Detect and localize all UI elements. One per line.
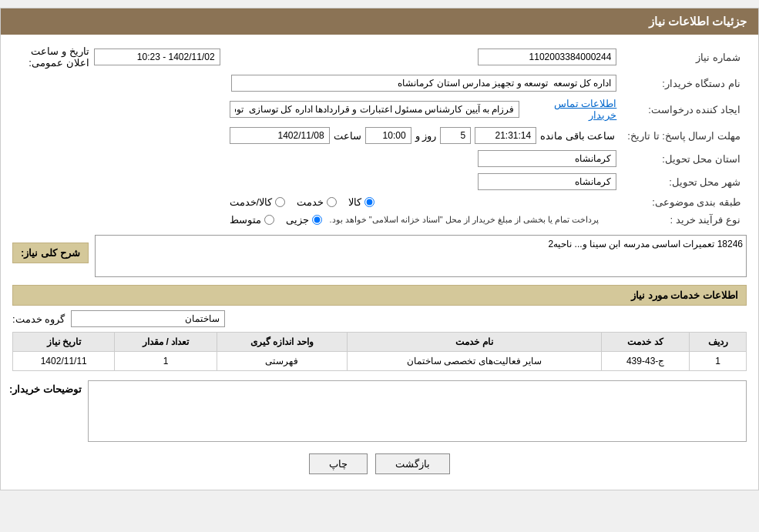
category-option-2: خدمت bbox=[297, 196, 337, 208]
deadline-label: مهلت ارسال پاسخ: تا تاریخ: bbox=[621, 124, 747, 147]
province-row: استان محل تحویل: bbox=[12, 147, 747, 170]
purchase-type-label: نوع فرآیند خرید : bbox=[621, 211, 747, 229]
table-cell: سایر فعالیت‌های تخصصی ساختمان bbox=[348, 352, 602, 371]
buyer-org-row: نام دستگاه خریدار: bbox=[12, 72, 747, 95]
purchase-type-value: متوسط جزیی پرداخت تمام یا بخشی از مبلغ خ… bbox=[225, 211, 622, 229]
table-cell: فهرستی bbox=[217, 352, 348, 371]
need-number-value bbox=[225, 42, 622, 72]
deadline-time-box: ساعت روز و ساعت باقی مانده bbox=[230, 127, 617, 144]
city-row: شهر محل تحویل: bbox=[12, 170, 747, 193]
need-number-row: شماره نیاز تاریخ و ساعت اعلان عمومی: bbox=[12, 42, 747, 72]
contact-link[interactable]: اطلاعات تماس خریدار bbox=[524, 98, 616, 121]
purchase-type-label-2: متوسط bbox=[230, 214, 261, 226]
buyer-note-row: توضیحات خریدار: bbox=[12, 380, 747, 442]
table-cell: 1 bbox=[690, 352, 747, 371]
remaining-label: ساعت باقی مانده bbox=[540, 130, 615, 142]
deadline-row: مهلت ارسال پاسخ: تا تاریخ: ساعت روز و سا… bbox=[12, 124, 747, 147]
creator-label: ایجاد کننده درخواست: bbox=[621, 95, 747, 124]
city-input[interactable] bbox=[478, 173, 616, 190]
deadline-remaining-input[interactable] bbox=[475, 127, 536, 144]
buyer-org-label: نام دستگاه خریدار: bbox=[621, 72, 747, 95]
category-option-1: کالا bbox=[348, 196, 374, 208]
category-label-3: کالا/خدمت bbox=[230, 196, 273, 208]
deadline-value: ساعت روز و ساعت باقی مانده bbox=[225, 124, 622, 147]
top-info-grid: شماره نیاز تاریخ و ساعت اعلان عمومی: نام… bbox=[12, 42, 747, 229]
col-header-code: کد خدمت bbox=[602, 333, 690, 352]
col-header-row-num: ردیف bbox=[690, 333, 747, 352]
table-header-row: ردیف کد خدمت نام خدمت واحد اندازه گیری ت… bbox=[13, 333, 747, 352]
back-button[interactable]: بازگشت bbox=[375, 453, 450, 474]
announcement-label: تاریخ و ساعت اعلان عمومی: bbox=[17, 45, 89, 69]
buyer-org-input[interactable] bbox=[231, 75, 616, 92]
content-area: شماره نیاز تاریخ و ساعت اعلان عمومی: نام… bbox=[1, 35, 758, 490]
purchase-type-radio-group: متوسط جزیی bbox=[230, 214, 322, 226]
category-value: کالا/خدمت خدمت کالا bbox=[225, 193, 622, 211]
creator-row: ایجاد کننده درخواست: اطلاعات تماس خریدار bbox=[12, 95, 747, 124]
province-value bbox=[225, 147, 622, 170]
category-radio-1[interactable] bbox=[364, 197, 374, 207]
category-label-1: کالا bbox=[348, 196, 361, 208]
col-header-unit: واحد اندازه گیری bbox=[217, 333, 348, 352]
deadline-date-input[interactable] bbox=[230, 127, 330, 144]
purchase-type-label-1: جزیی bbox=[286, 214, 309, 226]
city-value bbox=[225, 170, 622, 193]
button-row: بازگشت چاپ bbox=[12, 453, 747, 474]
purchase-type-row: نوع فرآیند خرید : متوسط جزیی bbox=[12, 211, 747, 229]
service-group-label: گروه خدمت: bbox=[12, 313, 65, 325]
day-label: روز و bbox=[415, 130, 437, 142]
table-row: 1ج-43-439سایر فعالیت‌های تخصصی ساختمانفه… bbox=[13, 352, 747, 371]
service-table-body: 1ج-43-439سایر فعالیت‌های تخصصی ساختمانفه… bbox=[13, 352, 747, 371]
creator-input[interactable] bbox=[230, 101, 520, 118]
category-option-3: کالا/خدمت bbox=[230, 196, 286, 208]
creator-value: اطلاعات تماس خریدار bbox=[225, 95, 622, 124]
service-group-input[interactable] bbox=[71, 310, 225, 327]
service-group-row: گروه خدمت: bbox=[12, 310, 747, 327]
description-section-title: شرح کلی نیاز: bbox=[12, 243, 89, 263]
table-cell: 1402/11/11 bbox=[13, 352, 115, 371]
province-input[interactable] bbox=[478, 150, 616, 167]
announcement-section: تاریخ و ساعت اعلان عمومی: bbox=[12, 42, 225, 72]
description-textarea[interactable] bbox=[95, 235, 747, 277]
category-radio-3[interactable] bbox=[275, 197, 285, 207]
category-label-2: خدمت bbox=[297, 196, 324, 208]
category-radio-group: کالا/خدمت خدمت کالا bbox=[230, 196, 617, 208]
category-label: طبقه بندی موضوعی: bbox=[621, 193, 747, 211]
buyer-org-value bbox=[225, 72, 622, 95]
purchase-type-radio-2[interactable] bbox=[264, 215, 274, 225]
buyer-note-textarea[interactable] bbox=[88, 380, 747, 442]
page-header: جزئیات اطلاعات نیاز bbox=[1, 8, 758, 35]
announcement-value-input[interactable] bbox=[94, 49, 220, 65]
category-row: طبقه بندی موضوعی: کالا/خدمت خدمت کالا bbox=[12, 193, 747, 211]
deadline-time-input[interactable] bbox=[365, 127, 411, 144]
services-section-title: اطلاعات خدمات مورد نیاز bbox=[12, 285, 747, 306]
time-label: ساعت bbox=[334, 130, 361, 142]
service-table: ردیف کد خدمت نام خدمت واحد اندازه گیری ت… bbox=[12, 332, 747, 371]
purchase-type-option-1: جزیی bbox=[286, 214, 322, 226]
need-number-input[interactable] bbox=[478, 49, 616, 65]
province-label: استان محل تحویل: bbox=[621, 147, 747, 170]
deadline-day-input[interactable] bbox=[440, 127, 471, 144]
city-label: شهر محل تحویل: bbox=[621, 170, 747, 193]
table-cell: 1 bbox=[115, 352, 217, 371]
purchase-type-radio-1[interactable] bbox=[312, 215, 322, 225]
print-button[interactable]: چاپ bbox=[309, 453, 368, 474]
description-row: شرح کلی نیاز: bbox=[12, 235, 747, 277]
category-radio-2[interactable] bbox=[327, 197, 337, 207]
main-container: جزئیات اطلاعات نیاز شماره نیاز تاریخ و س… bbox=[0, 8, 759, 490]
table-cell: ج-43-439 bbox=[602, 352, 690, 371]
page-title: جزئیات اطلاعات نیاز bbox=[649, 15, 747, 28]
purchase-type-note: پرداخت تمام یا بخشی از مبلغ خریدار از مح… bbox=[330, 215, 599, 225]
col-header-date: تاریخ نیاز bbox=[13, 333, 115, 352]
purchase-type-option-2: متوسط bbox=[230, 214, 274, 226]
col-header-name: نام خدمت bbox=[348, 333, 602, 352]
col-header-qty: تعداد / مقدار bbox=[115, 333, 217, 352]
need-number-label: شماره نیاز bbox=[621, 42, 747, 72]
buyer-note-label: توضیحات خریدار: bbox=[12, 380, 82, 395]
